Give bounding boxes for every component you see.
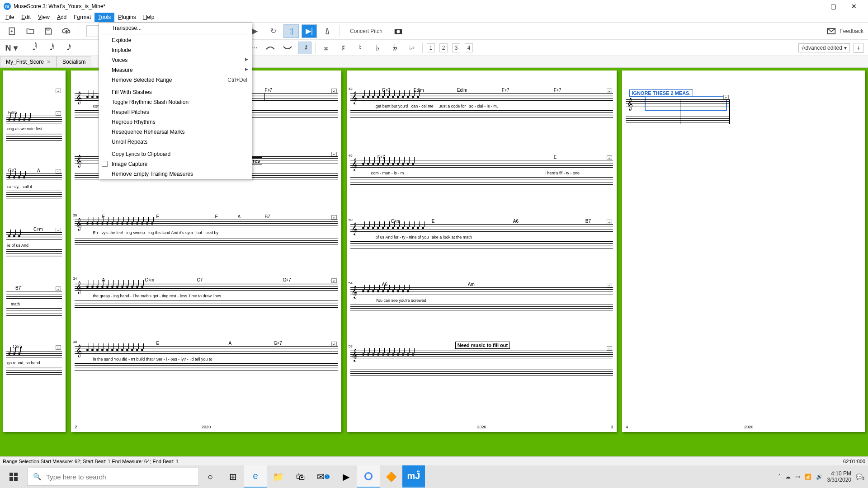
dur-32nd[interactable]: 𝅘𝅥𝅰 [43, 42, 57, 54]
taskbar-clock[interactable]: 4:10 PM 3/31/2020 [827, 470, 851, 483]
voice-4[interactable]: 4 [465, 43, 473, 52]
menu-add[interactable]: Add [53, 13, 70, 22]
chord-symbol: G♯7 [274, 341, 282, 346]
chord-symbol: Am [468, 282, 475, 287]
loop-out-button[interactable]: ▶| [302, 24, 317, 38]
cortana-icon[interactable]: ○ [199, 465, 222, 488]
defender-icon[interactable]: ▭ [795, 474, 800, 480]
open-button[interactable] [23, 24, 38, 38]
add-workspace-button[interactable]: + [854, 43, 863, 53]
lyric-text: En - vy's the feel - ing sweep - ing thi… [93, 230, 335, 235]
menu-unroll[interactable]: Unroll Repeats [99, 137, 252, 147]
save-button[interactable] [41, 24, 56, 38]
metronome-button[interactable] [320, 24, 335, 38]
natural[interactable]: ♮ [354, 42, 367, 54]
loop-in-button[interactable]: :| [283, 24, 299, 38]
menu-edit[interactable]: Edit [18, 13, 34, 22]
chord-symbol: Edim [457, 88, 467, 93]
feedback-label: Feedback [840, 28, 863, 34]
menu-remove-range[interactable]: Remove Selected RangeCtrl+Del [99, 75, 252, 85]
menu-fill-slashes[interactable]: Fill With Slashes [99, 87, 252, 97]
chord-symbol: A [37, 168, 40, 173]
menu-tools[interactable]: Tools [94, 13, 114, 22]
flat[interactable]: ♭ [371, 42, 384, 54]
double-flat[interactable]: 𝄫 [388, 42, 401, 54]
menu-file[interactable]: File [2, 13, 18, 22]
menu-view[interactable]: View [34, 13, 53, 22]
system-tray[interactable]: ˄ ☁ ▭ 📶 🔊 4:10 PM 3/31/2020 💬3 [778, 470, 868, 483]
wifi-icon[interactable]: 📶 [805, 474, 811, 480]
menu-remove-empty[interactable]: Remove Empty Trailing Measures [99, 169, 252, 179]
menu-respell[interactable]: Respell Pitches [99, 107, 252, 117]
sharp[interactable]: ♯ [336, 42, 350, 54]
menu-copy-lyrics[interactable]: Copy Lyrics to Clipboard [99, 149, 252, 159]
maximize-button[interactable]: ▢ [823, 0, 844, 13]
menu-transpose[interactable]: Transpose... [99, 23, 252, 33]
lyric-text: math [11, 302, 20, 306]
svg-rect-11 [9, 477, 13, 481]
rest-button[interactable]: 𝄽 [298, 42, 311, 54]
volume-icon[interactable]: 🔊 [816, 474, 823, 480]
break-icon: ↵ [607, 220, 612, 224]
slur-button[interactable] [281, 42, 294, 54]
feedback-button[interactable]: Feedback [826, 27, 863, 36]
mail-icon[interactable]: ✉1 [312, 465, 335, 488]
edge-icon[interactable]: e [244, 465, 267, 488]
measure-number: 30 [73, 213, 77, 217]
menu-regroup[interactable]: Regroup Rhythms [99, 117, 252, 127]
note-input-button[interactable]: N ▾ [5, 42, 18, 54]
page-number: 4 [626, 425, 628, 429]
menu-plugins[interactable]: Plugins [114, 13, 139, 22]
chord-symbol: C♯m [33, 227, 43, 232]
tab-socialism[interactable]: Socialism [57, 56, 91, 67]
explorer-icon[interactable]: 📁 [267, 465, 289, 488]
voice-3[interactable]: 3 [452, 43, 460, 52]
onedrive-icon[interactable]: ☁ [785, 474, 791, 480]
notifications-icon[interactable]: 💬3 [856, 474, 863, 480]
menu-implode[interactable]: Implode [99, 45, 252, 55]
close-tab-icon[interactable]: ✕ [47, 59, 51, 65]
media-icon[interactable]: ▶ [335, 465, 357, 488]
menu-measure[interactable]: Measure [99, 65, 252, 75]
menu-format[interactable]: Format [70, 13, 94, 22]
store-icon[interactable]: 🛍 [289, 465, 312, 488]
app-icon-2[interactable]: 🔶 [380, 465, 402, 488]
lyric-text: the grasp - ing hand - The mob's get - t… [93, 294, 335, 298]
menu-voices[interactable]: Voices [99, 55, 252, 65]
voice-2[interactable]: 2 [439, 43, 448, 52]
cloud-button[interactable] [59, 24, 74, 38]
dur-64th[interactable]: 𝅘𝅥𝅱 [26, 42, 39, 54]
start-button[interactable] [0, 465, 27, 488]
lyric-text: ie of us And [7, 243, 28, 248]
tie-button[interactable] [264, 42, 277, 54]
lyric-text: in the sand You did - n't build that? Se… [93, 357, 335, 361]
tray-chevron-icon[interactable]: ˄ [778, 474, 781, 480]
menu-explode[interactable]: Explode [99, 35, 252, 45]
camera-button[interactable] [391, 24, 406, 38]
footer-year: 2020 [477, 425, 486, 429]
accidental-paren[interactable]: ♭5 [405, 42, 419, 54]
break-icon: ↵ [331, 215, 337, 220]
chord-symbol: E [215, 214, 218, 219]
workspace-dropdown[interactable]: Advanced edited ▾ [798, 43, 849, 52]
taskbar-search[interactable]: 🔍 Type here to search [27, 468, 199, 486]
task-view-icon[interactable]: ⊞ [222, 465, 244, 488]
musescore-taskbar-icon[interactable]: mĴ [402, 465, 425, 488]
chrome-icon[interactable] [357, 465, 380, 488]
window-title: MuseScore 3: What's_Yours_is_Mine* [14, 3, 802, 9]
concert-pitch-button[interactable]: Concert Pitch [344, 26, 388, 36]
dur-16th[interactable]: 𝅘𝅥𝅯 [60, 42, 74, 54]
minimize-button[interactable]: — [802, 0, 823, 13]
voice-1[interactable]: 1 [427, 43, 435, 52]
new-score-button[interactable] [5, 24, 20, 38]
menu-image-capture[interactable]: Image Capture [99, 159, 252, 169]
menu-help[interactable]: Help [140, 13, 158, 22]
menu-toggle-slash[interactable]: Toggle Rhythmic Slash Notation [99, 97, 252, 107]
menu-reseq[interactable]: Resequence Rehearsal Marks [99, 127, 252, 137]
chord-symbol: B7 [15, 286, 21, 291]
loop-button[interactable]: ↻ [265, 24, 281, 38]
text-frame-fill[interactable]: Need music to fill out [455, 342, 510, 349]
tab-my-first-score[interactable]: My_First_Score ✕ [0, 56, 57, 67]
close-button[interactable]: ✕ [844, 0, 864, 13]
double-sharp[interactable]: 𝄪 [319, 42, 333, 54]
